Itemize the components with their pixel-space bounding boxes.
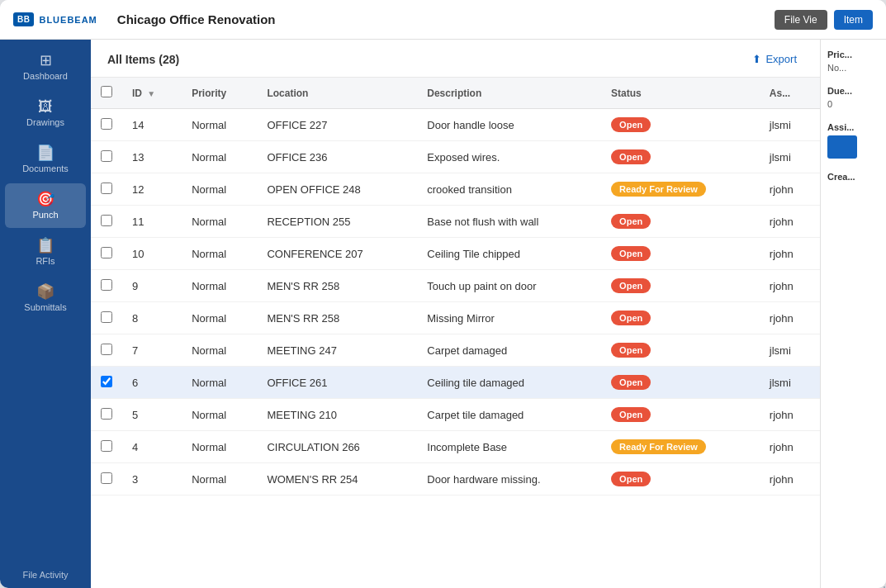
assigned-bar <box>827 135 857 159</box>
table-header: ID ▼ Priority Location Description Statu… <box>91 78 820 109</box>
sidebar-label-documents: Documents <box>22 164 69 173</box>
row-id: 14 <box>122 109 182 141</box>
row-location: WOMEN'S RR 254 <box>257 463 417 496</box>
table-row[interactable]: 3 Normal WOMEN'S RR 254 Door hardware mi… <box>91 463 820 496</box>
project-title: Chicago Office Renovation <box>117 12 768 26</box>
table-row[interactable]: 8 Normal MEN'S RR 258 Missing Mirror Ope… <box>91 302 820 334</box>
status-badge: Open <box>611 472 651 486</box>
row-assigned: jlsmi <box>760 109 820 141</box>
rfis-icon: 📋 <box>36 238 54 253</box>
sidebar-label-submittals: Submittals <box>24 302 66 312</box>
status-badge: Open <box>611 343 651 358</box>
file-view-button[interactable]: File Vie <box>775 10 827 30</box>
row-checkbox[interactable] <box>101 118 112 130</box>
documents-icon: 📄 <box>36 145 54 160</box>
row-status: Open <box>601 109 760 141</box>
row-checkbox[interactable] <box>101 344 112 355</box>
items-table-container[interactable]: ID ▼ Priority Location Description Statu… <box>91 78 820 588</box>
row-id: 10 <box>122 238 182 270</box>
row-checkbox[interactable] <box>101 215 112 226</box>
price-label: Pric... <box>827 50 879 59</box>
sidebar-item-dashboard[interactable]: ⊞ Dashboard <box>5 45 86 89</box>
row-priority: Normal <box>182 141 257 173</box>
table-row[interactable]: 11 Normal RECEPTION 255 Base not flush w… <box>91 206 820 238</box>
row-checkbox[interactable] <box>101 311 112 323</box>
table-row[interactable]: 5 Normal MEETING 210 Carpet tile damaged… <box>91 399 820 431</box>
row-checkbox[interactable] <box>101 279 112 291</box>
row-checkbox[interactable] <box>101 183 112 194</box>
item-button[interactable]: Item <box>834 10 873 30</box>
row-status: Open <box>601 463 760 496</box>
row-location: RECEPTION 255 <box>257 206 417 238</box>
row-location: MEN'S RR 258 <box>257 270 417 302</box>
sidebar-item-punch[interactable]: 🎯 Punch <box>5 183 86 228</box>
row-assigned: rjohn <box>760 431 820 463</box>
select-all-checkbox[interactable] <box>101 86 112 97</box>
row-assigned: jlsmi <box>760 334 820 367</box>
sidebar-item-rfis[interactable]: 📋 RFIs <box>5 230 86 274</box>
status-badge: Open <box>611 117 651 132</box>
logo-area: BB BLUEBEAM <box>13 12 97 26</box>
due-date-label: Due... <box>827 86 879 96</box>
table-row[interactable]: 14 Normal OFFICE 227 Door handle loose O… <box>91 109 820 141</box>
sidebar-item-drawings[interactable]: 🖼 Drawings <box>5 91 86 135</box>
row-status: Ready For Review <box>601 173 760 206</box>
row-assigned: rjohn <box>760 399 820 431</box>
content-area: All Items (28) ⬆ Export ID ▼ <box>91 40 820 588</box>
title-bar: BB BLUEBEAM Chicago Office Renovation Fi… <box>0 0 886 40</box>
content-header: All Items (28) ⬆ Export <box>91 40 820 78</box>
row-assigned: jlsmi <box>760 141 820 173</box>
row-description: Base not flush with wall <box>417 206 601 238</box>
row-checkbox[interactable] <box>101 150 112 162</box>
row-priority: Normal <box>182 399 257 431</box>
sidebar-item-submittals[interactable]: 📦 Submittals <box>5 276 86 320</box>
row-checkbox[interactable] <box>101 472 112 484</box>
row-id: 7 <box>122 334 182 367</box>
table-body: 14 Normal OFFICE 227 Door handle loose O… <box>91 109 820 496</box>
table-row[interactable]: 6 Normal OFFICE 261 Ceiling tile damaged… <box>91 367 820 399</box>
created-section: Crea... <box>827 172 879 182</box>
row-checkbox[interactable] <box>101 247 112 258</box>
row-status: Open <box>601 302 760 334</box>
main-layout: ⊞ Dashboard 🖼 Drawings 📄 Documents 🎯 Pun… <box>0 40 886 588</box>
table-row[interactable]: 13 Normal OFFICE 236 Exposed wires. Open… <box>91 141 820 173</box>
sidebar: ⊞ Dashboard 🖼 Drawings 📄 Documents 🎯 Pun… <box>0 40 91 588</box>
row-checkbox-cell <box>91 367 122 399</box>
row-description: Ceiling Tile chipped <box>417 238 601 270</box>
row-checkbox-cell <box>91 109 122 141</box>
dashboard-icon: ⊞ <box>40 53 52 68</box>
table-row[interactable]: 9 Normal MEN'S RR 258 Touch up paint on … <box>91 270 820 302</box>
row-assigned: jlsmi <box>760 367 820 399</box>
row-assigned: rjohn <box>760 173 820 206</box>
row-priority: Normal <box>182 431 257 463</box>
row-assigned: rjohn <box>760 270 820 302</box>
row-priority: Normal <box>182 238 257 270</box>
row-description: Touch up paint on door <box>417 270 601 302</box>
row-location: OFFICE 236 <box>257 141 417 173</box>
row-checkbox-cell <box>91 431 122 463</box>
row-id: 3 <box>122 463 182 496</box>
row-checkbox[interactable] <box>101 440 112 452</box>
assigned-section: Assi... <box>827 122 879 159</box>
row-checkbox[interactable] <box>101 376 112 387</box>
row-location: MEETING 247 <box>257 334 417 367</box>
row-checkbox[interactable] <box>101 408 112 420</box>
file-activity-link[interactable]: File Activity <box>0 562 91 588</box>
due-date-section: Due... 0 <box>827 86 879 109</box>
row-description: Carpet tile damaged <box>417 399 601 431</box>
status-badge: Open <box>611 278 651 293</box>
export-button[interactable]: ⬆ Export <box>746 50 803 69</box>
status-badge: Open <box>611 246 651 261</box>
table-row[interactable]: 4 Normal CIRCULATION 266 Incomplete Base… <box>91 431 820 463</box>
header-id[interactable]: ID ▼ <box>122 78 182 109</box>
table-row[interactable]: 7 Normal MEETING 247 Carpet damaged Open… <box>91 334 820 367</box>
row-description: Ceiling tile damaged <box>417 367 601 399</box>
header-status: Status <box>601 78 760 109</box>
row-status: Open <box>601 334 760 367</box>
header-checkbox-cell <box>91 78 122 109</box>
table-row[interactable]: 12 Normal OPEN OFFICE 248 crooked transi… <box>91 173 820 206</box>
table-row[interactable]: 10 Normal CONFERENCE 207 Ceiling Tile ch… <box>91 238 820 270</box>
sidebar-item-documents[interactable]: 📄 Documents <box>5 137 86 182</box>
row-description: crooked transition <box>417 173 601 206</box>
row-checkbox-cell <box>91 334 122 367</box>
